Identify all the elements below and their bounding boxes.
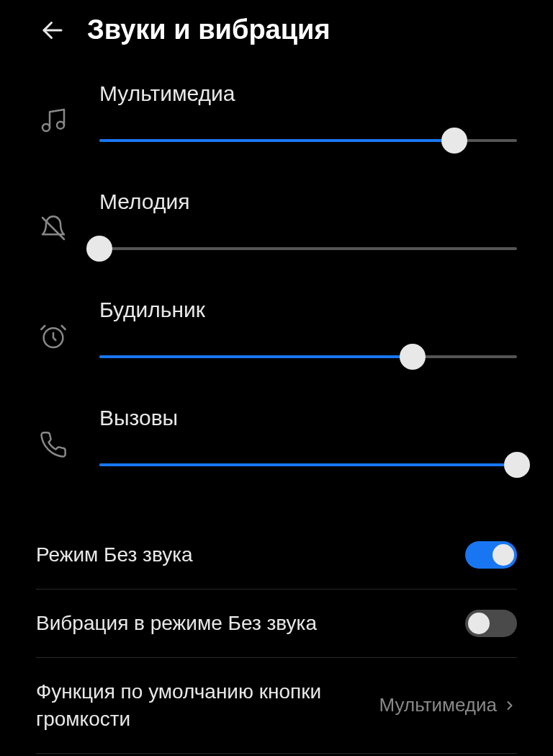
slider-multimedia-track[interactable] [99, 128, 517, 154]
setting-value: Мультимедиа [379, 694, 497, 716]
toggle-silent-mode[interactable] [465, 541, 517, 569]
setting-silent-mode[interactable]: Режим Без звука [36, 521, 517, 590]
svg-point-2 [57, 122, 64, 129]
header: Звуки и вибрация [0, 0, 553, 60]
setting-value-wrap: Мультимедиа [379, 694, 517, 716]
slider-calls-track[interactable] [99, 452, 517, 478]
chevron-right-icon [503, 698, 517, 713]
slider-ringtone-track[interactable] [99, 236, 517, 262]
setting-label: Вибрация в режиме Без звука [36, 612, 465, 635]
page-title: Звуки и вибрация [87, 14, 331, 45]
slider-label: Мелодия [99, 190, 517, 214]
phone-icon [36, 427, 71, 462]
setting-vibrate-silent[interactable]: Вибрация в режиме Без звука [36, 590, 517, 658]
toggle-vibrate-silent[interactable] [465, 610, 517, 637]
slider-multimedia: Мультимедиа [36, 81, 517, 154]
volume-sliders: Мультимедиа Мелодия [0, 60, 553, 521]
slider-label: Будильник [99, 298, 517, 322]
bell-off-icon [36, 211, 71, 246]
setting-label: Функция по умолчанию кнопки громкости [36, 678, 379, 733]
svg-point-1 [42, 124, 50, 131]
settings-list: Режим Без звука Вибрация в режиме Без зв… [0, 521, 553, 754]
setting-label: Режим Без звука [36, 543, 465, 566]
slider-alarm: Будильник [36, 298, 517, 370]
alarm-clock-icon [36, 319, 71, 354]
slider-label: Мультимедиа [99, 81, 517, 106]
music-note-icon [36, 103, 71, 138]
slider-alarm-track[interactable] [99, 344, 517, 370]
back-icon[interactable] [40, 17, 66, 43]
slider-calls: Вызовы [36, 406, 517, 478]
setting-volume-default[interactable]: Функция по умолчанию кнопки громкости Му… [36, 658, 517, 754]
slider-label: Вызовы [99, 406, 517, 430]
slider-ringtone: Мелодия [36, 190, 517, 262]
